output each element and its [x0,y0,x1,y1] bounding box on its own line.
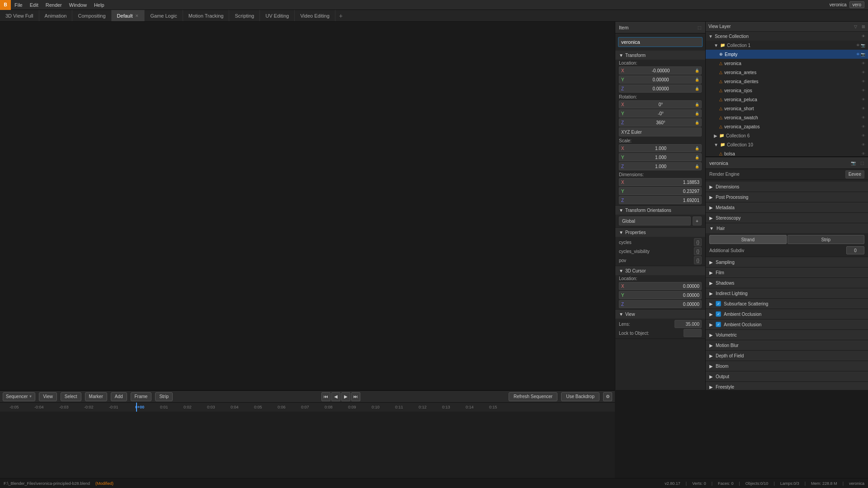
subsurface-header[interactable]: ▶ ✓ Subsurface Scattering [706,299,868,309]
properties-header[interactable]: ▼ Properties [615,228,705,237]
menu-edit[interactable]: Edit [26,0,42,9]
coll10-eye[interactable]: 👁 [862,143,865,147]
veronica-aretes-row[interactable]: △ veronica_aretes 👁 [706,68,868,77]
render-icon-tab[interactable]: 📷 [851,161,856,165]
play-reverse-btn[interactable]: ◀ [331,392,340,401]
jump-start-btn[interactable]: ⏮ [321,392,330,401]
scene-coll-eye[interactable]: 👁 [862,34,865,38]
tab-scripting[interactable]: Scripting [229,10,260,21]
short-eye[interactable]: 👁 [862,107,865,111]
location-z-field[interactable]: Z 0.00000 🔒 [619,84,702,93]
use-backdrop-btn[interactable]: Use Backdrop [561,392,599,401]
veronica-eye[interactable]: 👁 [862,61,865,66]
tab-game-logic[interactable]: Game Logic [145,10,183,21]
lock-object-value[interactable] [684,329,702,337]
filter-icon[interactable]: ▽ [854,24,857,29]
tab-default[interactable]: Default ✕ [112,10,145,21]
aretes-eye[interactable]: 👁 [862,70,865,75]
seq-extra-btn[interactable]: ⚙ [603,392,612,401]
strip-button[interactable]: Strip [788,235,865,244]
transform-orientations-header[interactable]: ▼ Transform Orientations [615,206,705,215]
location-y-field[interactable]: Y 0.00000 🔒 [619,75,702,84]
cursor-x-field[interactable]: X 0.00000 [619,282,702,290]
orientation-add-btn[interactable]: + [693,216,702,225]
scene-coll-expand[interactable]: ▼ [708,34,713,39]
add-workspace-button[interactable]: + [335,12,346,19]
hair-rp-header[interactable]: ▼ Hair [706,223,868,233]
veronica-zapatos-row[interactable]: △ veronica_zapatos 👁 [706,122,868,131]
transform-header[interactable]: ▼ Transform [615,51,705,60]
orientation-dropdown[interactable]: Global [619,216,691,225]
object-name-input[interactable] [618,37,703,47]
seq-view-btn[interactable]: View [39,392,57,401]
strand-button[interactable]: Strand [709,235,787,244]
render-engine-dropdown[interactable]: Eevee [845,170,864,178]
view-section-header[interactable]: ▼ View [615,310,705,319]
subdiv-value[interactable]: 0 [846,246,864,254]
tab-video-editing[interactable]: Video Editing [295,10,335,21]
rotation-z-field[interactable]: Z 360° 🔒 [619,118,702,127]
render-button[interactable]: vero [849,1,864,8]
indirect-header[interactable]: ▶ Indirect Lighting [706,288,868,298]
collection-1-row[interactable]: ▼ 📁 Collection 1 👁 📷 [706,41,868,50]
empty-render[interactable]: 📷 [861,52,865,56]
cursor-y-field[interactable]: Y 0.00000 [619,291,702,299]
menu-help[interactable]: Help [90,0,108,9]
jump-end-btn[interactable]: ⏭ [351,392,360,401]
tab-motion-tracking[interactable]: Motion Tracking [183,10,230,21]
veronica-short-row[interactable]: △ veronica_short 👁 [706,104,868,113]
veronica-dientes-row[interactable]: △ veronica_dientes 👁 [706,77,868,86]
motion-blur-header[interactable]: ▶ Motion Blur [706,340,868,350]
output-header[interactable]: ▶ Output [706,371,868,381]
dof-header[interactable]: ▶ Depth of Field [706,351,868,361]
coll6-eye[interactable]: 👁 [862,134,865,138]
cursor-header[interactable]: ▼ 3D Cursor [615,266,705,275]
refresh-sequencer-btn[interactable]: Refresh Sequencer [509,392,557,401]
sampling-header[interactable]: ▶ Sampling [706,257,868,267]
ssr-checkbox[interactable]: ✓ [716,311,721,317]
lens-value[interactable]: 35.000 [675,320,702,328]
menu-render[interactable]: Render [42,0,66,9]
cursor-z-field[interactable]: Z 0.00000 [619,300,702,308]
metadata-header[interactable]: ▶ Metadata [706,202,868,212]
cycles-vis-value[interactable]: {} [694,247,702,255]
dientes-eye[interactable]: 👁 [862,80,865,84]
post-proc-header[interactable]: ▶ Post Processing [706,192,868,202]
rotation-mode-dropdown[interactable]: XYZ Euler [619,127,702,136]
scale-x-field[interactable]: X 1.000 🔒 [619,144,702,152]
menu-file[interactable]: File [11,0,26,9]
coll1-render[interactable]: 📷 [861,43,865,47]
output-icon-tab[interactable]: ⬚ [860,161,864,165]
veronica-row[interactable]: △ veronica 👁 [706,59,868,68]
dim-z-field[interactable]: Z 1.69201 [619,196,702,204]
zapatos-eye[interactable]: 👁 [862,125,865,129]
seq-marker-btn[interactable]: Marker [85,392,107,401]
dim-y-field[interactable]: Y 0.23297 [619,187,702,195]
bolsa-eye[interactable]: 👁 [862,152,865,156]
empty-row[interactable]: ⊕ Empty 👁 📷 [706,50,868,59]
stereo-header[interactable]: ▶ Stereoscopy [706,213,868,223]
subsurface-checkbox[interactable]: ✓ [716,301,721,306]
ao-checkbox[interactable]: ✓ [716,322,721,327]
tab-compositing[interactable]: Compositing [72,10,111,21]
ssr-header[interactable]: ▶ ✓ Ambient Occlusion [706,309,868,319]
swatch-eye[interactable]: 👁 [862,116,865,120]
bolsa-row[interactable]: △ bolsa 👁 [706,149,868,157]
sequencer-dropdown[interactable]: Sequencer ▼ [3,392,35,401]
location-x-field[interactable]: X -0.00000 🔒 [619,66,702,75]
cycles-value[interactable]: {} [694,238,702,246]
veronica-peluca-row[interactable]: △ veronica_peluca 👁 [706,95,868,104]
pov-value[interactable]: {} [694,256,702,264]
coll1-eye[interactable]: 👁 [856,43,860,47]
menu-window[interactable]: Window [66,0,90,9]
seq-strip-btn[interactable]: Strip [155,392,173,401]
film-header[interactable]: ▶ Film [706,267,868,277]
dimensions-rp-header[interactable]: ▶ Dimensions [706,182,868,192]
rotation-y-field[interactable]: Y -0° 🔒 [619,109,702,117]
ao-header[interactable]: ▶ ✓ Ambient Occlusion [706,319,868,329]
seq-frame-btn[interactable]: Frame [131,392,152,401]
collection-6-row[interactable]: ▶ 📁 Collection 6 👁 [706,131,868,140]
veronica-ojos-row[interactable]: △ veronica_ojos 👁 [706,86,868,95]
tab-3dview-full[interactable]: 3D View Full [0,10,39,21]
tab-animation[interactable]: Animation [39,10,73,21]
